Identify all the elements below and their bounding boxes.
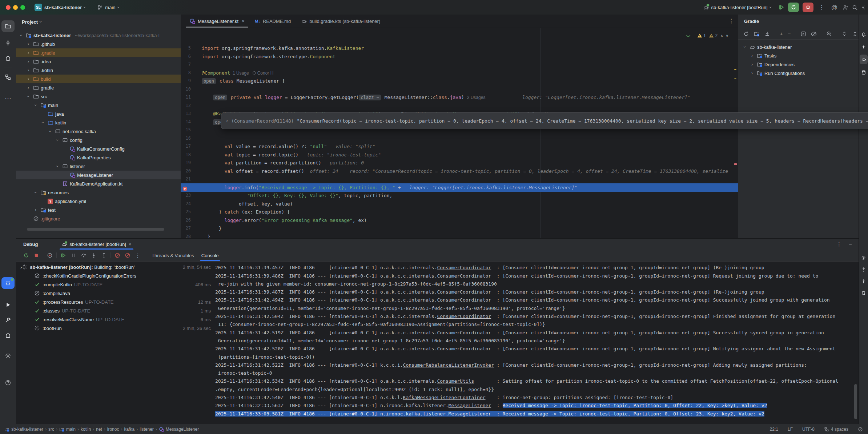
tree-item-messagelistener[interactable]: MessageListener [16, 171, 181, 179]
close-icon[interactable]: × [242, 18, 245, 24]
debug-session-tab[interactable]: sb-kafka-listener [bootRun] × [60, 239, 133, 250]
scroll-up-icon[interactable] [860, 265, 868, 274]
editor-tab-messagelistener-kt[interactable]: MessageListener.kt× [184, 15, 250, 28]
project-widget[interactable]: SL sb-kafka-listener › [32, 2, 88, 13]
tree-item-kafkaconsumerconfig[interactable]: KafkaConsumerConfig [16, 144, 181, 153]
code-line-20[interactable]: 20 val offset = record.offset() offset: … [181, 167, 738, 175]
attach-gradle-project-icon[interactable] [754, 30, 760, 37]
collapse-all-icon[interactable] [852, 30, 858, 37]
build-root-row[interactable]: ›sb-kafka-listener [bootRun]: Building: … [16, 263, 214, 271]
logger-link[interactable]: KafkaMessageListenerContainer [403, 395, 486, 400]
macos-close-button[interactable] [6, 5, 11, 10]
remove-icon[interactable]: − [788, 31, 791, 36]
editor-tab-readme-md[interactable]: M↓README.md [250, 15, 296, 28]
tree-item-main[interactable]: ›main [16, 101, 181, 110]
search-everywhere-icon[interactable] [852, 4, 858, 11]
tree-item-net-ironoc-kafka[interactable]: ›net.ironoc.kafka [16, 127, 181, 136]
chevron-collapsed-icon[interactable]: › [749, 62, 755, 67]
run-tool-button[interactable] [1, 299, 15, 311]
code-line-12[interactable]: 12 [181, 101, 738, 110]
code-line-9[interactable]: 9open class MessageListener { [181, 77, 738, 85]
console-vertical-scrollbar[interactable] [854, 384, 857, 419]
console-line[interactable]: (partitions=[ironoc-test-topic-0]) [214, 353, 859, 361]
code-line-16[interactable]: 16 [181, 134, 738, 143]
tree-item--gitignore[interactable]: .gitignore [16, 214, 181, 223]
database-tool-button[interactable] [860, 68, 868, 77]
mute-breakpoints-icon[interactable] [112, 252, 122, 258]
macos-zoom-button[interactable] [20, 5, 25, 10]
chevron-expanded-icon[interactable]: › [33, 190, 38, 195]
tree-item--idea[interactable]: ›.idea [16, 57, 181, 66]
chevron-expanded-icon[interactable]: › [55, 163, 60, 169]
gradle-item-dependencies[interactable]: ›Dependencies [738, 60, 859, 69]
inlay-hint[interactable]: open [202, 78, 216, 84]
next-problem-icon[interactable]: ∨ [726, 34, 728, 38]
logger-link[interactable]: ConsumerCoordinator [437, 330, 491, 335]
file-encoding[interactable]: UTF-8 [802, 427, 815, 432]
gradle-root-item[interactable]: ›sb-kafka-listener [738, 43, 859, 51]
tree-item-kafkaproperties[interactable]: KafkaProperties [16, 153, 181, 162]
code-line-24[interactable]: 24 offset, key, value) [181, 200, 738, 208]
scroll-to-end-icon[interactable] [860, 276, 868, 286]
console-line[interactable]: 2025-11-14T16:31:42.534Z INFO 4186 --- [… [214, 377, 859, 385]
run-configuration-widget[interactable]: sb-kafka-listener [bootRun] › [700, 3, 774, 12]
rerun-icon[interactable] [21, 252, 31, 258]
view-breakpoints-icon[interactable] [45, 252, 55, 258]
kebab-menu-icon[interactable]: ⋮ [817, 4, 826, 11]
profiler-report-icon[interactable] [826, 30, 832, 37]
problems-tool-button[interactable] [1, 377, 15, 389]
debugger-value-popup[interactable]: › (ConsumerRecord@11148) "ConsumerRecord… [221, 112, 868, 129]
editor-options-kebab-icon[interactable]: ⋮ [728, 18, 734, 24]
services-tool-button[interactable] [1, 330, 15, 341]
chevron-collapsed-icon[interactable]: › [749, 53, 755, 58]
console-line[interactable]: 11: {consumer-ironoc-net-group-1-8c297a5… [214, 320, 859, 329]
rerun-debug-button[interactable] [788, 3, 799, 12]
tree-item-build[interactable]: ›build [16, 75, 181, 83]
resume-program-icon[interactable] [778, 4, 784, 11]
chevron-collapsed-icon[interactable]: › [25, 76, 31, 81]
chevron-expanded-icon[interactable]: › [26, 93, 31, 99]
macos-minimize-button[interactable] [13, 5, 18, 10]
breadcrumb-item-kotlin[interactable]: kotlin [81, 427, 91, 432]
tree-item-kotlin[interactable]: ›kotlin [16, 118, 181, 127]
project-horizontal-scrollbar[interactable] [27, 228, 164, 231]
chevron-expanded-icon[interactable]: › [19, 32, 24, 38]
logger-link[interactable]: ConsumerCoordinator [437, 314, 491, 319]
gradle-tool-button[interactable] [860, 55, 868, 64]
add-icon[interactable]: + [780, 31, 783, 36]
expand-value-chevron-icon[interactable]: › [226, 119, 228, 123]
console-line[interactable]: 2025-11-14T16:31:42.540Z INFO 4186 --- [… [214, 394, 859, 402]
build-task-row[interactable]: :processResourcesUP-TO-DATE12 ms [16, 298, 214, 306]
code-line-21[interactable]: 21 [181, 175, 738, 183]
tab-console[interactable]: Console [198, 250, 222, 261]
breadcrumb-item-net[interactable]: net [96, 427, 102, 432]
mentions-icon[interactable]: @ [830, 4, 839, 11]
console-line[interactable]: Generation{generationId=11, memberId='co… [214, 337, 859, 345]
build-tool-button[interactable] [1, 314, 15, 326]
inlay-hint[interactable]: clazz = [359, 95, 381, 100]
read-only-lock-icon[interactable] [858, 427, 863, 432]
prev-problem-icon[interactable]: ∧ [720, 34, 723, 38]
force-step-icon[interactable] [122, 252, 133, 258]
console-line[interactable]: 2025-11-14T16:32:33.563Z INFO 4186 --- [… [214, 402, 859, 410]
build-task-row[interactable]: :classesUP-TO-DATE1 ms [16, 306, 214, 315]
pull-requests-tool-button[interactable] [1, 52, 15, 64]
code-line-7[interactable]: 7 [181, 60, 738, 69]
commit-tool-button[interactable] [1, 37, 15, 49]
tree-item--kotlin[interactable]: ›.kotlin [16, 66, 181, 75]
logger-link[interactable]: ConsumerCoordinator [437, 265, 491, 270]
console-settings-gear-icon[interactable] [860, 253, 868, 263]
console-line[interactable]: 2025-11-14T16:31:42.504Z INFO 4186 --- [… [214, 312, 859, 320]
resume-icon[interactable] [58, 252, 68, 258]
tree-item-resources[interactable]: ›resources [16, 188, 181, 197]
chevron-expanded-icon[interactable]: › [48, 128, 53, 134]
chevron-expanded-icon[interactable]: › [33, 102, 38, 108]
notifications-bell-icon[interactable] [860, 30, 868, 39]
tree-item--github[interactable]: ›.github [16, 40, 181, 48]
chevron-collapsed-icon[interactable]: › [25, 59, 31, 64]
tree-item-application-yml[interactable]: Yapplication.yml [16, 197, 181, 206]
structure-tool-button[interactable] [1, 71, 15, 83]
code-with-me-icon[interactable] [843, 4, 848, 11]
tree-item-src[interactable]: ›src [16, 92, 181, 101]
clear-console-trash-icon[interactable] [860, 288, 868, 298]
